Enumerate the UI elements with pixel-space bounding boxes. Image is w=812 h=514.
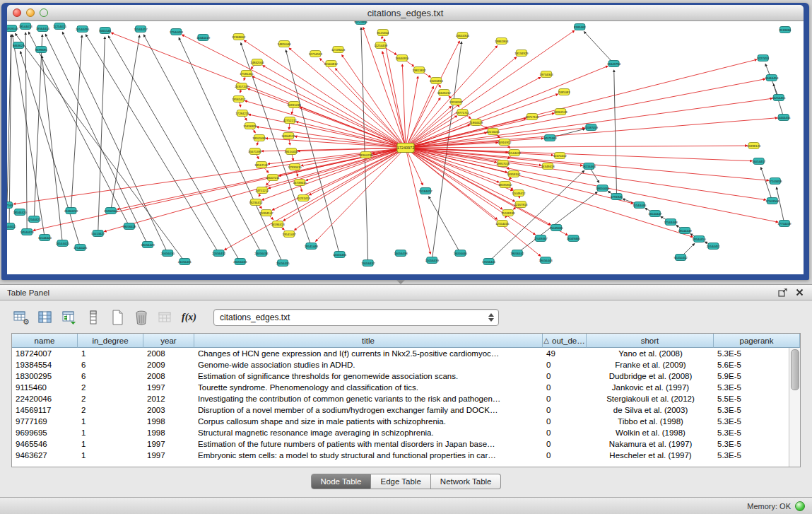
graph-node[interactable]: 16056440 bbox=[454, 250, 468, 257]
table-cell-out_degree[interactable]: 49 bbox=[543, 348, 587, 359]
graph-node[interactable]: 21056431 bbox=[178, 259, 192, 265]
graph-node[interactable]: 16739415 bbox=[293, 180, 307, 186]
table-cell-year[interactable]: 2009 bbox=[143, 359, 194, 370]
graph-node[interactable]: 17933410 bbox=[288, 164, 302, 170]
graph-node[interactable]: 16594413 bbox=[271, 221, 285, 228]
table-cell-pagerank[interactable]: 5.3E-5 bbox=[714, 438, 800, 450]
table-cell-in_degree[interactable]: 2 bbox=[78, 393, 143, 404]
close-panel-icon[interactable] bbox=[794, 288, 805, 298]
graph-node[interactable]: 17056441 bbox=[482, 259, 496, 265]
table-cell-title[interactable]: Investigating the contribution of common… bbox=[194, 393, 543, 404]
graph-node[interactable]: 11670412 bbox=[553, 153, 567, 159]
table-cell-in_degree[interactable]: 1 bbox=[78, 427, 143, 438]
table-row[interactable]: 1872400712008Changes of HCN gene express… bbox=[12, 348, 800, 359]
graph-node[interactable]: 16962128 bbox=[554, 109, 568, 115]
graph-node[interactable]: 8125304 bbox=[377, 30, 389, 36]
table-cell-in_degree[interactable]: 1 bbox=[78, 416, 143, 427]
graph-node[interactable]: 12056436 bbox=[333, 252, 347, 258]
graph-node[interactable]: 15049465 bbox=[550, 225, 564, 231]
graph-node[interactable]: 76234412 bbox=[249, 199, 263, 206]
graph-node[interactable]: 12728403 bbox=[331, 47, 346, 53]
table-cell-year[interactable]: 2008 bbox=[143, 370, 194, 382]
graph-node[interactable]: 17049467 bbox=[534, 235, 548, 242]
tab-node-table[interactable]: Node Table bbox=[311, 474, 372, 489]
column-header-out_degree[interactable]: △out_de… bbox=[543, 334, 587, 348]
table-cell-out_degree[interactable]: 0 bbox=[543, 438, 587, 450]
table-cell-title[interactable]: Embryonic stem cells: a model to study s… bbox=[194, 450, 543, 461]
table-cell-in_degree[interactable]: 1 bbox=[78, 450, 143, 461]
graph-node[interactable]: 16344419 bbox=[196, 35, 211, 41]
graph-node[interactable]: 19813832 bbox=[413, 67, 427, 74]
graph-node[interactable]: 17544418 bbox=[170, 29, 184, 35]
graph-node[interactable]: 55013427 bbox=[91, 230, 105, 237]
network-canvas[interactable]: 1724097222368662148200461275451914842004… bbox=[7, 21, 804, 274]
graph-node[interactable]: 92450452 bbox=[673, 255, 688, 261]
graph-node[interactable]: 18056442 bbox=[510, 250, 524, 257]
table-row[interactable]: 946362711997Embryonic stem cells: a mode… bbox=[12, 450, 800, 461]
graph-node[interactable]: 16054457 bbox=[752, 158, 766, 165]
graph-node[interactable]: 14751212 bbox=[255, 187, 269, 194]
table-cell-name[interactable]: 9463627 bbox=[12, 450, 78, 461]
table-cell-name[interactable]: 9465546 bbox=[12, 438, 78, 450]
table-cell-pagerank[interactable]: 5.3E-5 bbox=[714, 348, 800, 359]
graph-node[interactable]: 14544423 bbox=[20, 229, 35, 235]
table-cell-out_degree[interactable]: 0 bbox=[543, 404, 587, 416]
graph-node[interactable]: 14572463 bbox=[543, 135, 558, 141]
graph-node[interactable]: 11254415 bbox=[53, 23, 66, 30]
graph-node[interactable]: 22056432 bbox=[212, 250, 226, 257]
graph-node[interactable]: 13220816 bbox=[430, 78, 444, 84]
graph-node[interactable]: 18567120 bbox=[254, 162, 269, 168]
table-cell-short[interactable]: Dudbridge et al. (2008) bbox=[587, 370, 714, 382]
tab-edge-table[interactable]: Edge Table bbox=[371, 474, 430, 489]
table-row[interactable]: 1830029562008Estimation of significance … bbox=[12, 370, 800, 382]
graph-node[interactable]: 9518460 bbox=[779, 27, 791, 33]
column-header-short[interactable]: short bbox=[587, 334, 714, 348]
graph-node[interactable]: 16916912 bbox=[498, 139, 512, 146]
graph-node[interactable]: 16626212 bbox=[437, 90, 452, 96]
table-cell-title[interactable]: Structural magnetic resonance image aver… bbox=[194, 427, 543, 438]
table-cell-short[interactable]: Yano et al. (2008) bbox=[587, 348, 714, 359]
graph-node[interactable]: 9777169 bbox=[7, 202, 13, 209]
table-options-button[interactable]: ⚙ bbox=[11, 308, 30, 327]
column-header-pagerank[interactable]: pagerank bbox=[714, 334, 800, 348]
graph-node[interactable]: 38150416 bbox=[285, 148, 299, 155]
graph-node[interactable]: 7485083 bbox=[558, 89, 570, 95]
graph-node[interactable]: 14820046 bbox=[277, 41, 291, 47]
graph-node[interactable]: 8183462 bbox=[574, 24, 586, 30]
graph-node[interactable]: 25260559 bbox=[64, 208, 78, 214]
graph-node[interactable]: 19771711 bbox=[456, 110, 469, 116]
table-row[interactable]: 2242004622012Investigating the contribut… bbox=[12, 393, 800, 404]
graph-node[interactable]: 15184457 bbox=[419, 188, 433, 194]
table-cell-name[interactable]: 9115460 bbox=[12, 382, 78, 393]
graph-node[interactable]: 20544451 bbox=[707, 243, 721, 250]
table-cell-year[interactable]: 1998 bbox=[143, 427, 194, 438]
graph-node[interactable]: 16959102 bbox=[507, 171, 521, 177]
graph-node[interactable]: 95723461 bbox=[354, 21, 368, 25]
graph-node[interactable]: 18056428 bbox=[122, 223, 136, 230]
graph-node[interactable]: 9463627 bbox=[13, 42, 25, 49]
graph-node[interactable]: 14842004 bbox=[250, 59, 264, 66]
table-cell-in_degree[interactable]: 1 bbox=[78, 438, 143, 450]
table-cell-year[interactable]: 1997 bbox=[143, 438, 194, 450]
graph-node[interactable]: 9699695 bbox=[35, 47, 47, 53]
table-cell-title[interactable]: Estimation of the future numbers of pati… bbox=[194, 438, 543, 450]
column-header-year[interactable]: year bbox=[143, 334, 194, 348]
window-titlebar[interactable]: citations_edges.txt bbox=[7, 5, 804, 21]
table-cell-pagerank[interactable]: 5.3E-5 bbox=[714, 427, 800, 438]
table-cell-pagerank[interactable]: 5.3E-5 bbox=[714, 404, 800, 416]
table-cell-in_degree[interactable]: 6 bbox=[78, 359, 143, 370]
graph-node[interactable]: 15544424 bbox=[38, 235, 52, 241]
graph-node[interactable]: 15587059 bbox=[584, 124, 599, 131]
zoom-window-button[interactable] bbox=[40, 8, 48, 17]
table-cell-title[interactable]: Changes of HCN gene expression and I(f) … bbox=[194, 348, 543, 359]
graph-node[interactable]: 19056429 bbox=[141, 242, 155, 248]
table-cell-name[interactable]: 18300295 bbox=[12, 370, 78, 382]
delete-table-button[interactable] bbox=[131, 308, 151, 327]
table-cell-in_degree[interactable]: 1 bbox=[78, 348, 143, 359]
graph-node[interactable]: 19541448 bbox=[305, 243, 319, 250]
table-cell-in_degree[interactable]: 6 bbox=[78, 370, 143, 382]
table-row[interactable]: 977716911998Corpus callosum shape and si… bbox=[12, 416, 800, 427]
column-header-in_degree[interactable]: in_degree bbox=[78, 334, 143, 348]
graph-node[interactable]: 17754459 bbox=[777, 221, 792, 227]
graph-node[interactable]: 19443794 bbox=[607, 61, 621, 67]
